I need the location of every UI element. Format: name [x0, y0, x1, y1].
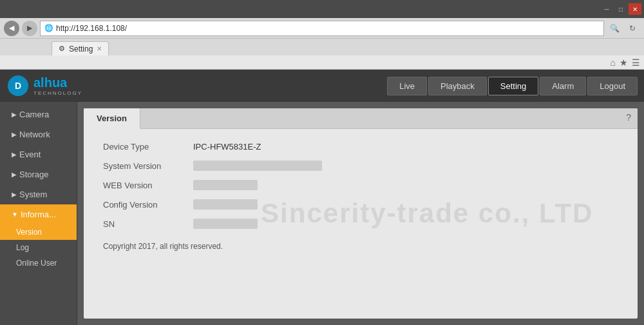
- menu-icon[interactable]: ☰: [632, 57, 640, 68]
- sidebar-sub-online-user[interactable]: Online User: [0, 255, 77, 271]
- minimize-button[interactable]: ─: [600, 3, 613, 15]
- system-version-value: [193, 161, 322, 171]
- content-panel: Sincerity-trade co., LTD Version ? Devic…: [84, 108, 638, 319]
- panel-header: Version ?: [84, 108, 638, 129]
- sn-value: [193, 219, 258, 229]
- logo-area: D alhua TECHNOLOGY: [6, 74, 82, 97]
- sn-label: SN: [103, 219, 193, 229]
- setting-button[interactable]: Setting: [488, 77, 538, 95]
- web-version-label: WEB Version: [103, 181, 193, 190]
- sidebar-label-system: System: [19, 190, 47, 199]
- web-version-value: [193, 180, 258, 190]
- help-button[interactable]: ?: [620, 108, 638, 128]
- alarm-button[interactable]: Alarm: [540, 77, 586, 95]
- logo-sub: TECHNOLOGY: [33, 90, 82, 96]
- version-tab[interactable]: Version: [84, 108, 140, 129]
- sidebar-label-network: Network: [19, 130, 50, 139]
- arrow-icon: ▶: [12, 171, 17, 178]
- tab-favicon: ⚙: [59, 44, 65, 53]
- favorites-bar: ⌂ ★ ☰: [0, 55, 644, 70]
- bookmark-icon[interactable]: ★: [620, 57, 628, 68]
- title-bar-buttons: ─ □ ✕: [600, 3, 641, 15]
- sidebar-item-event[interactable]: ▶ Event: [0, 144, 77, 164]
- device-type-row: Device Type IPC-HFW5831E-Z: [103, 142, 618, 152]
- refresh-button[interactable]: ↻: [625, 21, 640, 36]
- arrow-icon: ▼: [12, 211, 18, 218]
- sidebar-item-system[interactable]: ▶ System: [0, 184, 77, 204]
- tab-close-button[interactable]: ✕: [97, 45, 102, 52]
- system-version-row: System Version: [103, 161, 618, 171]
- content-area: Sincerity-trade co., LTD Version ? Devic…: [77, 102, 644, 325]
- back-button[interactable]: ◀: [4, 21, 19, 36]
- config-version-label: Config Version: [103, 200, 193, 210]
- arrow-icon: ▶: [12, 111, 17, 118]
- sidebar-sub-log[interactable]: Log: [0, 240, 77, 255]
- search-button[interactable]: 🔍: [607, 21, 622, 36]
- sidebar-item-storage[interactable]: ▶ Storage: [0, 164, 77, 184]
- maximize-button[interactable]: □: [614, 3, 627, 15]
- web-version-row: WEB Version: [103, 180, 618, 190]
- playback-button[interactable]: Playback: [428, 77, 487, 95]
- copyright-text: Copyright 2017, all rights reserved.: [103, 242, 618, 251]
- close-button[interactable]: ✕: [629, 3, 641, 15]
- sidebar-sub-label-online-user: Online User: [16, 259, 57, 268]
- config-version-value: [193, 199, 258, 210]
- sidebar-item-information[interactable]: ▼ Informa...: [0, 204, 77, 224]
- nav-bar: ◀ ▶ 🌐 http://192.168.1.108/ 🔍 ↻: [0, 18, 644, 39]
- arrow-icon: ▶: [12, 131, 17, 138]
- sidebar-sub-label-version: Version: [16, 228, 42, 237]
- arrow-icon: ▶: [12, 151, 17, 158]
- sidebar-sub-label-log: Log: [16, 243, 29, 252]
- sidebar-item-camera[interactable]: ▶ Camera: [0, 104, 77, 124]
- system-version-label: System Version: [103, 161, 193, 171]
- logo-icon: D: [6, 74, 30, 97]
- device-type-label: Device Type: [103, 142, 193, 152]
- address-text: http://192.168.1.108/: [56, 24, 127, 33]
- browser-tab[interactable]: ⚙ Setting ✕: [52, 41, 109, 55]
- sidebar-label-event: Event: [19, 150, 41, 159]
- tab-label: Setting: [69, 44, 93, 54]
- sidebar-label-storage: Storage: [19, 170, 49, 179]
- address-bar[interactable]: 🌐 http://192.168.1.108/: [40, 21, 604, 36]
- lock-icon: 🌐: [44, 24, 53, 32]
- app-header: D alhua TECHNOLOGY Live Playback Setting…: [0, 70, 644, 102]
- logout-button[interactable]: Logout: [587, 77, 638, 95]
- title-bar: ─ □ ✕: [0, 0, 644, 18]
- sidebar-item-network[interactable]: ▶ Network: [0, 124, 77, 144]
- logo-text: alhua: [33, 75, 67, 90]
- main-layout: ▶ Camera ▶ Network ▶ Event ▶ Storage ▶ S…: [0, 102, 644, 325]
- sidebar-label-camera: Camera: [19, 110, 49, 119]
- sidebar: ▶ Camera ▶ Network ▶ Event ▶ Storage ▶ S…: [0, 102, 77, 325]
- tab-bar: ⚙ Setting ✕: [0, 39, 644, 55]
- svg-text:D: D: [15, 81, 21, 91]
- arrow-icon: ▶: [12, 191, 17, 198]
- panel-body: Device Type IPC-HFW5831E-Z System Versio…: [84, 129, 638, 264]
- home-icon[interactable]: ⌂: [611, 57, 616, 68]
- device-type-value: IPC-HFW5831E-Z: [193, 142, 261, 152]
- sidebar-sub-version[interactable]: Version: [0, 224, 77, 240]
- favorites-icons: ⌂ ★ ☰: [611, 57, 640, 68]
- live-button[interactable]: Live: [387, 77, 427, 95]
- sn-row: SN: [103, 219, 618, 229]
- forward-button[interactable]: ▶: [22, 21, 37, 36]
- sidebar-label-information: Informa...: [21, 210, 56, 219]
- config-version-row: Config Version: [103, 199, 618, 210]
- top-nav: Live Playback Setting Alarm Logout: [387, 77, 638, 95]
